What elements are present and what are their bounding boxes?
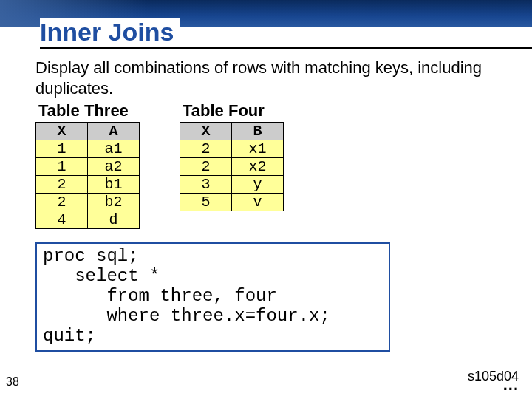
table-four-label: Table Four xyxy=(180,101,284,120)
table-row: 3y xyxy=(180,176,284,194)
cell: a2 xyxy=(88,158,140,176)
tables-row: Table Three X A 1a1 1a2 2b1 2b2 4d Table… xyxy=(35,101,517,229)
cell: 2 xyxy=(36,194,88,211)
table-row: 5v xyxy=(180,194,284,211)
cell: 4 xyxy=(36,211,88,229)
cell: x2 xyxy=(232,158,284,176)
table-three-block: Table Three X A 1a1 1a2 2b1 2b2 4d xyxy=(35,101,140,229)
cell: v xyxy=(232,194,284,211)
table-row: 1a2 xyxy=(36,158,140,176)
cell: 1 xyxy=(36,158,88,176)
table-three: X A 1a1 1a2 2b1 2b2 4d xyxy=(35,122,140,229)
cell: 2 xyxy=(180,140,232,158)
cell: 1 xyxy=(36,140,88,158)
table-row: 1a1 xyxy=(36,140,140,158)
col-header: X xyxy=(180,123,232,140)
slide-number: 38 xyxy=(6,375,19,389)
cell: 3 xyxy=(180,176,232,194)
table-header-row: X A xyxy=(36,123,140,140)
continuation-dots: ... xyxy=(503,375,519,395)
cell: x1 xyxy=(232,140,284,158)
table-four: X B 2x1 2x2 3y 5v xyxy=(180,122,284,211)
description-text: Display all combinations of rows with ma… xyxy=(35,58,517,98)
table-header-row: X B xyxy=(180,123,284,140)
cell: b1 xyxy=(88,176,140,194)
slide-title: Inner Joins xyxy=(40,18,180,47)
table-three-label: Table Three xyxy=(35,101,140,120)
table-four-block: Table Four X B 2x1 2x2 3y 5v xyxy=(180,101,284,211)
cell: a1 xyxy=(88,140,140,158)
cell: y xyxy=(232,176,284,194)
title-rule xyxy=(40,47,532,49)
table-row: 2x1 xyxy=(180,140,284,158)
cell: 2 xyxy=(36,176,88,194)
cell: d xyxy=(88,211,140,229)
col-header: A xyxy=(88,123,140,140)
table-row: 2b2 xyxy=(36,194,140,211)
table-row: 2x2 xyxy=(180,158,284,176)
table-row: 2b1 xyxy=(36,176,140,194)
col-header: B xyxy=(232,123,284,140)
cell: b2 xyxy=(88,194,140,211)
cell: 5 xyxy=(180,194,232,211)
code-block: proc sql; select * from three, four wher… xyxy=(35,242,390,352)
content-area: Display all combinations of rows with ma… xyxy=(35,58,517,352)
col-header: X xyxy=(36,123,88,140)
table-row: 4d xyxy=(36,211,140,229)
cell: 2 xyxy=(180,158,232,176)
